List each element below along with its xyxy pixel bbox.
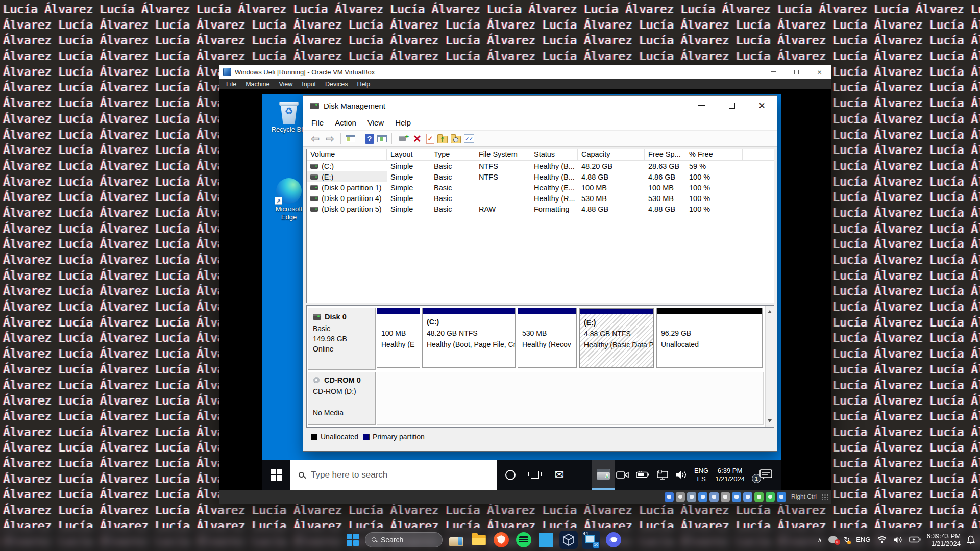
column-header[interactable]: % Free	[685, 149, 743, 160]
menu-item-input[interactable]: Input	[297, 81, 321, 88]
tray-chevron-icon[interactable]	[604, 470, 609, 480]
table-row[interactable]: (C:)SimpleBasicNTFSHealthy (B...48.20 GB…	[307, 161, 774, 171]
explorer-icon[interactable]	[470, 531, 488, 549]
scroll-down-icon[interactable]	[768, 419, 772, 424]
network-icon[interactable]	[656, 470, 669, 480]
graphical-scrollbar[interactable]	[765, 306, 774, 427]
onedrive-error-icon[interactable]	[828, 536, 838, 543]
host-start-button[interactable]	[345, 531, 360, 549]
partition-p0[interactable]: 100 MBHealthy (E	[377, 308, 420, 368]
update-pending-icon[interactable]	[844, 535, 850, 544]
close-button[interactable]	[808, 65, 831, 79]
cdrom-label-panel[interactable]: CD-ROM 0 CD-ROM (D:) No Media	[308, 372, 376, 425]
back-icon[interactable]	[309, 133, 321, 144]
menu-item-view[interactable]: View	[362, 118, 389, 127]
wifi-icon[interactable]	[877, 536, 887, 543]
column-header[interactable]: Status	[530, 149, 578, 160]
column-header[interactable]: Volume	[307, 149, 387, 160]
partition-E[interactable]: (E:)4.88 GB NTFSHealthy (Basic Data P	[579, 308, 654, 368]
features-status-icon[interactable]	[754, 492, 764, 502]
shared-folders-status-icon[interactable]	[721, 492, 730, 502]
table-row[interactable]: (Disk 0 partition 5)SimpleBasicRAWFormat…	[307, 204, 774, 214]
help-icon[interactable]	[365, 134, 374, 144]
vbox-win10-icon[interactable]: 6410	[582, 531, 600, 549]
column-header[interactable]: Free Sp...	[645, 149, 685, 160]
menu-item-view[interactable]: View	[274, 81, 297, 88]
vm-search-box[interactable]: Type here to search	[290, 460, 497, 490]
display-status-icon[interactable]	[732, 492, 741, 502]
minimize-button[interactable]	[687, 96, 717, 115]
vscode-icon[interactable]	[537, 531, 555, 549]
menu-item-action[interactable]: Action	[329, 118, 362, 127]
menu-item-devices[interactable]: Devices	[321, 81, 352, 88]
usb-status-icon[interactable]	[709, 492, 719, 502]
menu-item-machine[interactable]: Machine	[241, 81, 274, 88]
minimize-button[interactable]	[762, 65, 785, 79]
column-header[interactable]: File System	[475, 149, 530, 160]
partition-C[interactable]: (C:)48.20 GB NTFSHealthy (Boot, Page Fil…	[422, 308, 516, 368]
cleaner-icon[interactable]	[447, 531, 465, 549]
refresh-status-icon[interactable]	[766, 492, 775, 502]
close-button[interactable]	[747, 96, 777, 115]
maximize-button[interactable]	[785, 65, 808, 79]
partition-p2[interactable]: 530 MBHealthy (Recov	[518, 308, 577, 368]
scroll-up-icon[interactable]	[768, 308, 772, 313]
audio-status-icon[interactable]	[687, 492, 696, 502]
desktop-icon-recycle-bin[interactable]: Recycle Bin	[270, 100, 308, 134]
camera-icon[interactable]	[616, 470, 629, 480]
discord-icon[interactable]	[604, 531, 623, 549]
action-center-button[interactable]: 1	[751, 460, 780, 490]
maximize-button[interactable]	[717, 96, 747, 115]
virtualbox-titlebar[interactable]: Windows Uefi [Running] - Oracle VM Virtu…	[219, 65, 831, 79]
host-language-indicator[interactable]: ENG	[856, 536, 870, 543]
speaker-icon[interactable]	[675, 470, 688, 479]
network-status-icon[interactable]	[698, 492, 707, 502]
partition-unallocated[interactable]: 96.29 GBUnallocated	[656, 308, 763, 368]
vm-language-indicator[interactable]: ENG ES	[694, 467, 708, 483]
mail-button[interactable]	[547, 460, 572, 490]
cortana-button[interactable]	[498, 460, 523, 490]
brave-icon[interactable]	[492, 531, 510, 549]
spotify-icon[interactable]	[514, 531, 533, 549]
task-view-button[interactable]	[523, 460, 547, 490]
menu-item-file[interactable]: File	[306, 118, 329, 127]
host-clock[interactable]: 6:39:43 PM 1/21/2024	[927, 532, 961, 547]
vm-start-button[interactable]	[262, 460, 290, 490]
forward-icon[interactable]	[324, 133, 336, 144]
mouse-status-icon[interactable]	[777, 492, 786, 502]
menu-item-help[interactable]: Help	[353, 81, 375, 88]
delete-icon[interactable]	[411, 133, 423, 144]
folder-up-icon[interactable]	[437, 136, 448, 143]
folder-search-icon[interactable]	[451, 136, 461, 143]
hdd-status-icon[interactable]	[665, 492, 674, 502]
host-search-pill[interactable]: Search	[365, 532, 443, 547]
cell-status: Healthy (E...	[530, 182, 578, 193]
cdrom-region[interactable]	[377, 372, 764, 425]
vm-clock[interactable]: 6:39 PM 1/21/2024	[715, 467, 745, 483]
cube-icon[interactable]	[559, 531, 578, 549]
column-header[interactable]: Capacity	[578, 149, 645, 160]
notification-bell-icon[interactable]	[967, 535, 975, 544]
table-row[interactable]: (Disk 0 partition 4)SimpleBasicHealthy (…	[307, 193, 774, 204]
speaker-icon[interactable]	[893, 536, 903, 543]
battery-icon[interactable]	[909, 536, 921, 543]
console-tree-icon[interactable]	[346, 135, 355, 142]
column-header[interactable]: Layout	[387, 149, 430, 160]
disk-view-icon[interactable]	[397, 133, 408, 144]
check-doc-icon[interactable]	[426, 134, 434, 144]
battery-icon[interactable]	[636, 471, 650, 479]
disk-management-titlebar[interactable]: Disk Management	[303, 96, 777, 115]
menu-item-help[interactable]: Help	[389, 118, 416, 127]
desktop-icon-microsoft-edge[interactable]: Microsoft Edge	[270, 178, 308, 221]
table-row[interactable]: (Disk 0 partition 1)SimpleBasicHealthy (…	[307, 182, 774, 193]
tray-chevron-icon[interactable]	[817, 535, 822, 544]
table-row[interactable]: (E:)SimpleBasicNTFSHealthy (B...4.88 GB4…	[307, 171, 774, 182]
recording-status-icon[interactable]	[743, 492, 752, 502]
disk0-label-panel[interactable]: Disk 0 Basic 149.98 GB Online	[308, 308, 376, 370]
checklist-icon[interactable]	[464, 134, 474, 143]
resize-grip[interactable]	[821, 493, 828, 500]
optical-status-icon[interactable]	[676, 492, 685, 502]
export-icon[interactable]	[377, 135, 387, 142]
menu-item-file[interactable]: File	[222, 81, 241, 88]
column-header[interactable]: Type	[430, 149, 475, 160]
